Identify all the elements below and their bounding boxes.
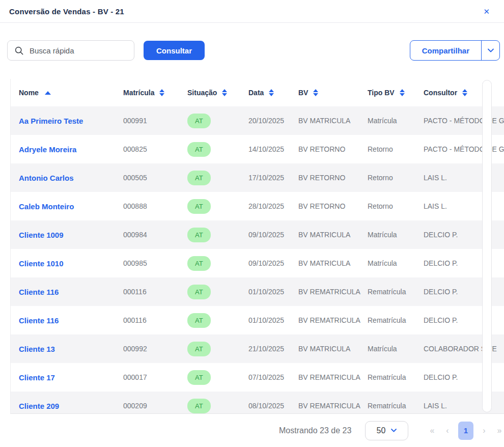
bv-cell: BV RETORNO [290,135,359,163]
modal-header: Conversão de Vendas - BV - 21 ✕ [0,0,504,23]
row-name-link[interactable]: Cliente 209 [19,402,59,410]
column-header-situacao[interactable]: Situação [179,79,240,106]
search-icon [15,46,23,55]
status-badge: AT [187,171,211,185]
matricula-cell: 000888 [115,192,179,220]
next-page-button[interactable]: › [478,423,491,438]
matricula-cell: 000116 [115,277,179,306]
toolbar: Consultar Compartilhar [7,40,500,61]
row-name-link[interactable]: Cliente 17 [19,373,55,382]
last-page-button[interactable]: » [493,423,504,438]
results-table: NomeMatrículaSituaçãoDataBVTipo BVConsul… [11,79,504,414]
name-cell: Cliente 1010 [11,249,115,277]
chevron-down-icon [391,429,397,432]
status-badge: AT [187,370,211,385]
tipo_bv-cell: Retorno [359,192,415,220]
column-header-tipo_bv[interactable]: Tipo BV [359,79,415,106]
name-cell: Cliente 17 [11,363,115,392]
prev-page-button[interactable]: ‹ [441,423,454,438]
share-split-button: Compartilhar [410,40,500,61]
tipo_bv-cell: Matrícula [359,106,415,135]
name-cell: Cliente 116 [11,277,115,306]
name-cell: Aa Primeiro Teste [11,106,115,135]
table-row: Cliente 209000209AT08/10/2025BV REMATRIC… [11,392,504,414]
bv-cell: BV MATRICULA [290,249,359,277]
share-dropdown-button[interactable] [481,41,499,60]
column-label: Matrícula [123,89,154,97]
page-title: Conversão de Vendas - BV - 21 [9,7,124,16]
status-cell: AT [179,306,240,334]
tipo_bv-cell: Matrícula [359,249,415,277]
bv-cell: BV RETORNO [290,192,359,220]
data-cell: 21/10/2025 [240,334,290,363]
table-row: Antonio Carlos000505AT17/10/2025BV RETOR… [11,163,504,192]
table-row: Cliente 116000116AT01/10/2025BV REMATRIC… [11,277,504,306]
column-header-bv[interactable]: BV [290,79,359,106]
pager: « ‹ 1 › » [426,422,504,440]
tipo_bv-cell: Matrícula [359,220,415,249]
status-cell: AT [179,277,240,306]
row-name-link[interactable]: Aa Primeiro Teste [19,117,83,125]
bv-cell: BV REMATRICULA [290,306,359,334]
data-cell: 17/10/2025 [240,163,290,192]
matricula-cell: 000825 [115,135,179,163]
matricula-cell: 000984 [115,220,179,249]
table-row: Cliente 17000017AT07/10/2025BV REMATRICU… [11,363,504,392]
column-label: Nome [19,89,39,97]
status-badge: AT [187,228,211,242]
column-label: Data [248,89,264,97]
close-button[interactable]: ✕ [481,6,492,17]
column-header-name[interactable]: Nome [11,79,115,106]
column-header-matricula[interactable]: Matrícula [115,79,179,106]
table-row: Cliente 1010000985AT09/10/2025BV MATRICU… [11,249,504,277]
sort-ascending-icon [45,91,51,95]
bv-cell: BV RETORNO [290,163,359,192]
bv-cell: BV MATRICULA [290,106,359,135]
tipo_bv-cell: Rematrícula [359,277,415,306]
column-label: Tipo BV [368,89,395,97]
bv-cell: BV REMATRICULA [290,277,359,306]
tipo_bv-cell: Rematrícula [359,392,415,414]
matricula-cell: 000992 [115,334,179,363]
status-cell: AT [179,192,240,220]
consult-button[interactable]: Consultar [144,41,205,60]
share-button[interactable]: Compartilhar [410,41,481,60]
status-cell: AT [179,106,240,135]
current-page-button[interactable]: 1 [458,422,473,440]
matricula-cell: 000991 [115,106,179,135]
table-row: Aa Primeiro Teste000991AT20/10/2025BV MA… [11,106,504,135]
status-cell: AT [179,334,240,363]
sort-icon [400,89,405,96]
search-box[interactable] [7,40,134,61]
row-name-link[interactable]: Cliente 116 [19,288,59,296]
status-badge: AT [187,313,211,328]
row-name-link[interactable]: Cliente 13 [19,345,55,353]
row-name-link[interactable]: Cliente 1009 [19,231,64,239]
search-input[interactable] [30,46,134,55]
row-name-link[interactable]: Antonio Carlos [19,174,74,182]
first-page-button[interactable]: « [426,423,439,438]
pagination-footer: Mostrando 23 de 23 50 « ‹ 1 › » [0,414,504,447]
row-name-link[interactable]: Cliente 116 [19,316,59,325]
column-label: Consultor [424,89,457,97]
column-label: Situação [187,89,217,97]
tipo_bv-cell: Retorno [359,163,415,192]
name-cell: Cliente 209 [11,392,115,414]
matricula-cell: 000116 [115,306,179,334]
column-header-data[interactable]: Data [240,79,290,106]
showing-count-label: Mostrando 23 de 23 [279,426,351,435]
column-label: BV [298,89,308,97]
page-size-value: 50 [377,426,386,435]
table-row: Cliente 116000116AT01/10/2025BV REMATRIC… [11,306,504,334]
matricula-cell: 000985 [115,249,179,277]
page-size-select[interactable]: 50 [365,421,408,440]
row-name-link[interactable]: Caleb Monteiro [19,202,74,211]
row-name-link[interactable]: Adryele Moreira [19,145,76,154]
bv-cell: BV MATRICULA [290,334,359,363]
row-name-link[interactable]: Cliente 1010 [19,259,64,268]
matricula-cell: 000017 [115,363,179,392]
matricula-cell: 000505 [115,163,179,192]
status-cell: AT [179,220,240,249]
table-header-row: NomeMatrículaSituaçãoDataBVTipo BVConsul… [11,79,504,106]
vertical-scrollbar[interactable] [482,80,492,412]
